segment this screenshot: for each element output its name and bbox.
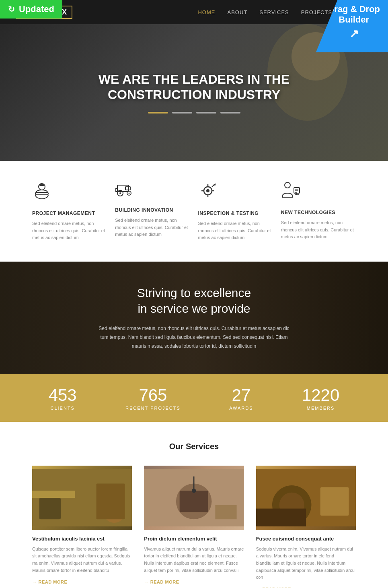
nav-link-home[interactable]: HOME [198, 9, 215, 15]
excellence-desc: Sed eleifend ornare metus, non rhoncus e… [98, 324, 291, 351]
svg-rect-40 [320, 487, 349, 516]
service-card-2-desc: Vivamus aliquet nutrum dui a varius. Mau… [144, 546, 244, 574]
nav-link-services[interactable]: SERVICES [259, 9, 289, 15]
excellence-line1: Striving to excellence [137, 286, 251, 299]
hero-title: WE ARE THE LEADERS IN THE CONSTRUCTION I… [99, 72, 289, 103]
stat-clients: 453 CLIENTS [49, 386, 77, 411]
stat-awards: 27 AWARDS [229, 386, 253, 411]
hero-title-line1: WE ARE THE LEADERS IN THE [99, 72, 289, 87]
service-card-1-title: Vestibulum iaculis lacinia est [32, 536, 132, 542]
stat-awards-number: 27 [229, 386, 253, 405]
services-title: Our Services [32, 442, 356, 451]
updated-label: Updated [19, 4, 54, 14]
service-card-3: Fusce euismod consequat ante Sedquis viv… [256, 466, 356, 588]
stat-members-number: 1220 [302, 386, 339, 405]
nav-link-projects[interactable]: PROJECTS [301, 9, 332, 15]
service-card-1: Vestibulum iaculis lacinia est Quisque p… [32, 466, 132, 588]
service-card-2-title: Proin dictum elementum velit [144, 536, 244, 542]
services-section: Our Services Vestibulum iaculis lacinia … [0, 422, 388, 588]
feature-bi-title: BUILDING INNOVATION [115, 207, 190, 213]
arrow-right-icon: → [32, 580, 37, 584]
service-card-1-readmore[interactable]: → READ MORE [32, 580, 132, 584]
stat-projects: 765 RECENT PROJECTS [125, 386, 181, 411]
svg-rect-29 [96, 483, 125, 519]
excellence-section: Striving to excellence in service we pro… [0, 262, 388, 374]
feature-it-title: INSPECTION & TESTING [198, 210, 273, 216]
service-image-2 [144, 466, 244, 530]
refresh-icon: ↻ [8, 4, 15, 14]
stat-members-label: MEMBERS [302, 406, 339, 411]
feature-project-management: PROJECT MANAGEMENT Sed eleifend ornare m… [32, 181, 107, 241]
carousel-dot-1[interactable] [148, 112, 168, 113]
svg-rect-32 [180, 491, 208, 512]
svg-point-34 [192, 489, 196, 493]
feature-new-tech: NEW TECHNOLOGIES Sed eleifend ornare met… [281, 181, 356, 241]
gear-wrench-icon [198, 181, 273, 204]
move-icon: ↗ [328, 27, 380, 41]
feature-bi-desc: Sed eleifend ornare metus, non rhoncus e… [115, 217, 190, 238]
nav-item-projects[interactable]: PROJECTS [301, 8, 332, 16]
features-section: PROJECT MANAGEMENT Sed eleifend ornare m… [0, 161, 388, 262]
service-card-3-title: Fusce euismod consequat ante [256, 536, 356, 542]
svg-point-12 [206, 189, 209, 192]
service-card-1-desc: Quisque porttitor sem libero auctor lore… [32, 546, 132, 574]
svg-point-8 [119, 192, 121, 194]
feature-pm-desc: Sed eleifend ornare metus, non rhoncus e… [32, 220, 107, 241]
carousel-dot-4[interactable] [220, 112, 240, 113]
service-card-2-readmore[interactable]: → READ MORE [144, 580, 244, 584]
dnd-line2: Builder [339, 14, 369, 25]
tractor-icon [115, 181, 190, 201]
stat-projects-label: RECENT PROJECTS [125, 406, 181, 411]
nav-item-about[interactable]: ABOUT [227, 8, 247, 16]
stat-projects-number: 765 [125, 386, 181, 405]
svg-point-18 [285, 182, 290, 188]
feature-nt-desc: Sed eleifend ornare metus, non rhoncus e… [281, 219, 356, 241]
feature-inspection: INSPECTION & TESTING Sed eleifend ornare… [198, 181, 273, 241]
services-grid: Vestibulum iaculis lacinia est Quisque p… [32, 466, 356, 588]
svg-line-17 [212, 184, 215, 187]
stat-members: 1220 MEMBERS [302, 386, 339, 411]
stat-clients-label: CLIENTS [49, 406, 77, 411]
svg-rect-3 [35, 192, 48, 195]
service-card-3-desc: Sedquis viverra enim. Vivamus aliquet nu… [256, 546, 356, 581]
stats-section: 453 CLIENTS 765 RECENT PROJECTS 27 AWARD… [0, 374, 388, 422]
hero-content: WE ARE THE LEADERS IN THE CONSTRUCTION I… [99, 72, 289, 114]
updated-badge: ↻ Updated [0, 0, 62, 19]
carousel-dot-2[interactable] [172, 112, 192, 113]
carousel-dot-3[interactable] [196, 112, 216, 113]
svg-rect-27 [32, 491, 75, 498]
feature-pm-title: PROJECT MANAGEMENT [32, 210, 107, 216]
excellence-title: Striving to excellence in service we pro… [137, 285, 251, 316]
dnd-line1: Drag & Drop [328, 4, 380, 14]
service-card-2: Proin dictum elementum velit Vivamus ali… [144, 466, 244, 588]
svg-rect-4 [39, 184, 44, 186]
stat-clients-number: 453 [49, 386, 77, 405]
hero-title-line2: CONSTRUCTION INDUSTRY [108, 87, 280, 102]
nav-item-services[interactable]: SERVICES [259, 8, 289, 16]
svg-rect-6 [125, 187, 130, 190]
feature-it-desc: Sed eleifend ornare metus, non rhoncus e… [198, 220, 273, 241]
tech-person-icon [281, 181, 356, 203]
stat-awards-label: AWARDS [229, 406, 253, 411]
service-image-3 [256, 466, 356, 530]
excellence-line2: in service we provide [138, 302, 250, 315]
hero-carousel-dots[interactable] [99, 112, 289, 113]
nav-link-about[interactable]: ABOUT [227, 9, 247, 15]
svg-rect-35 [216, 505, 237, 519]
svg-point-10 [129, 193, 130, 194]
svg-rect-39 [256, 508, 306, 526]
service-image-1 [32, 466, 132, 530]
feature-nt-title: NEW TECHNOLOGIES [281, 210, 356, 215]
feature-building-innovation: BUILDING INNOVATION Sed eleifend ornare … [115, 181, 190, 241]
person-helmet-icon [32, 181, 107, 204]
arrow-right-icon-2: → [144, 580, 149, 584]
nav-item-home[interactable]: HOME [198, 8, 215, 16]
svg-rect-26 [39, 498, 61, 519]
